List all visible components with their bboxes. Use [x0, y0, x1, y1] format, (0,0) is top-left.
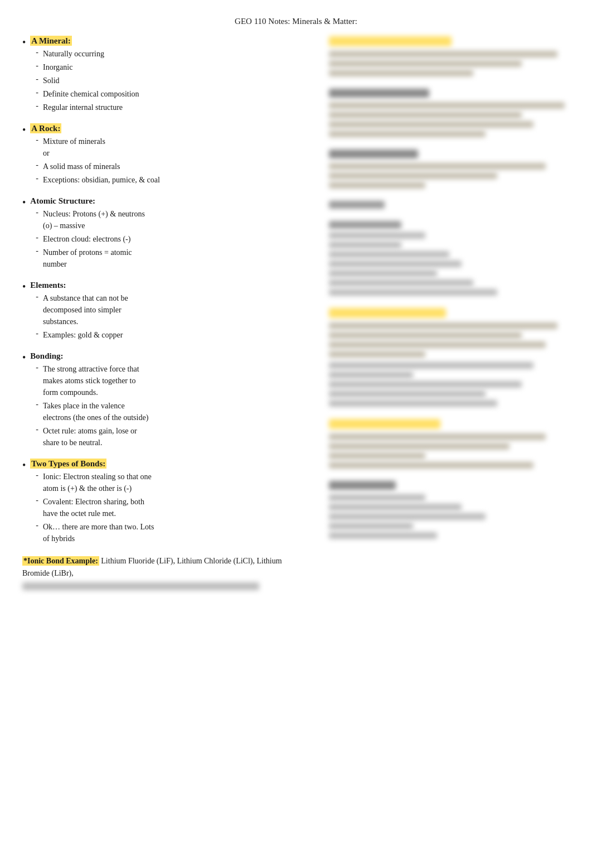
mineral-item-5: - Regular internal structure: [30, 102, 301, 113]
right-line-6e: [329, 362, 533, 369]
two-types-title-highlight: Two Types of Bonds:: [30, 459, 106, 469]
two-col-wrapper: • A Mineral: - Naturally occurring - Ino…: [22, 36, 570, 590]
two-types-item-2: - Covalent: Electron sharing, bothhave t…: [30, 496, 301, 519]
rock-item-2-text: A solid mass of minerals: [43, 161, 120, 172]
rock-item-3: - Exceptions: obsidian, pumice, & coal: [30, 174, 301, 186]
elements-title: Elements:: [30, 281, 301, 290]
bullet-dot-bonding: •: [22, 352, 26, 364]
atomic-list: - Nucleus: Protons (+) & neutrons(o) – m…: [30, 208, 301, 270]
two-types-item-1: - Ionic: Electron stealing so that oneat…: [30, 471, 301, 494]
right-line-2b: [329, 112, 522, 118]
right-title-8-blurred: [329, 481, 396, 490]
bonding-section: • Bonding: - The strong attractive force…: [22, 351, 301, 450]
right-line-8e: [329, 532, 437, 539]
two-types-item-3: - Ok… there are more than two. Lotsof hy…: [30, 521, 301, 544]
two-types-section: • Two Types of Bonds: - Ionic: Electron …: [22, 459, 301, 546]
mineral-item-5-text: Regular internal structure: [43, 102, 123, 113]
right-section-2: [329, 89, 570, 137]
bonding-item-2: - Takes place in the valenceelectrons (t…: [30, 400, 301, 423]
rock-item-2: - A solid mass of minerals: [30, 161, 301, 172]
right-line-7a: [329, 433, 546, 440]
atomic-item-1: - Nucleus: Protons (+) & neutrons(o) – m…: [30, 208, 301, 232]
rock-section: • A Rock: - Mixture of mineralsor - A so…: [22, 124, 301, 187]
rock-item-3-text: Exceptions: obsidian, pumice, & coal: [43, 174, 160, 186]
right-section-3: [329, 150, 570, 189]
right-line-6d: [329, 351, 425, 358]
right-line-8d: [329, 523, 413, 529]
right-title-4-blurred: [329, 201, 385, 209]
elements-item-2-text: Examples: gold & copper: [43, 329, 123, 341]
bonding-item-3: - Octet rule: atoms gain, lose orshare t…: [30, 425, 301, 449]
right-line-6c: [329, 341, 546, 348]
right-column: [323, 36, 570, 551]
right-line-5d: [329, 261, 462, 267]
elements-section: • Elements: - A substance that can not b…: [22, 281, 301, 343]
bullet-dot-elements: •: [22, 281, 26, 293]
right-line-6h: [329, 390, 486, 397]
mineral-item-2-text: Inorganic: [43, 61, 72, 73]
right-section-5: [329, 221, 570, 296]
rock-title: A Rock:: [30, 124, 301, 133]
ionic-example-blurred: [22, 582, 259, 590]
bonding-item-1: - The strong attractive force thatmakes …: [30, 363, 301, 398]
elements-item-1: - A substance that can not bedecomposed …: [30, 292, 301, 327]
right-line-1a: [329, 51, 557, 57]
bullet-dot-two-types: •: [22, 460, 26, 471]
right-section-7: [329, 419, 570, 469]
rock-item-1: - Mixture of mineralsor: [30, 136, 301, 159]
atomic-content: Atomic Structure: - Nucleus: Protons (+)…: [30, 196, 301, 272]
rock-list: - Mixture of mineralsor - A solid mass o…: [30, 136, 301, 186]
right-line-8a: [329, 494, 425, 501]
bonding-item-2-text: Takes place in the valenceelectrons (the…: [43, 400, 148, 423]
atomic-item-1-text: Nucleus: Protons (+) & neutrons(o) – mas…: [43, 208, 145, 232]
atomic-item-2-text: Electron cloud: electrons (-): [43, 233, 130, 245]
mineral-content: A Mineral: - Naturally occurring - Inorg…: [30, 36, 301, 115]
right-line-3b: [329, 172, 497, 179]
right-title-1-blurred: [329, 36, 452, 46]
right-line-6g: [329, 381, 522, 388]
right-line-5a: [329, 232, 425, 239]
right-line-3c: [329, 182, 425, 189]
right-line-6a: [329, 322, 557, 329]
two-types-content: Two Types of Bonds: - Ionic: Electron st…: [30, 459, 301, 546]
right-line-6i: [329, 400, 497, 407]
two-types-list: - Ionic: Electron stealing so that oneat…: [30, 471, 301, 544]
mineral-item-1: - Naturally occurring: [30, 48, 301, 60]
rock-content: A Rock: - Mixture of mineralsor - A soli…: [30, 124, 301, 187]
mineral-item-2: - Inorganic: [30, 61, 301, 73]
right-section-4: [329, 201, 570, 209]
right-line-2a: [329, 102, 565, 109]
bullet-dot-atomic: •: [22, 197, 26, 209]
right-line-5e: [329, 270, 437, 277]
elements-item-1-text: A substance that can not bedecomposed in…: [43, 292, 128, 327]
right-line-6b: [329, 332, 522, 339]
mineral-list: - Naturally occurring - Inorganic - Soli…: [30, 48, 301, 113]
bonding-list: - The strong attractive force thatmakes …: [30, 363, 301, 449]
right-line-3a: [329, 163, 546, 170]
bonding-content: Bonding: - The strong attractive force t…: [30, 351, 301, 450]
mineral-item-1-text: Naturally occurring: [43, 48, 104, 60]
mineral-title: A Mineral:: [30, 36, 301, 46]
two-types-item-2-text: Covalent: Electron sharing, bothhave the…: [43, 496, 144, 519]
two-types-title: Two Types of Bonds:: [30, 459, 301, 469]
right-section-1: [329, 36, 570, 76]
two-types-item-1-text: Ionic: Electron stealing so that oneatom…: [43, 471, 152, 494]
bonding-item-1-text: The strong attractive force thatmakes at…: [43, 363, 139, 398]
bullet-dot-rock: •: [22, 124, 26, 136]
right-section-6: [329, 308, 570, 407]
right-line-8b: [329, 504, 462, 510]
elements-item-2: - Examples: gold & copper: [30, 329, 301, 341]
mineral-item-3: - Solid: [30, 75, 301, 86]
bullet-dot-mineral: •: [22, 37, 26, 49]
right-title-7-blurred: [329, 419, 440, 429]
atomic-title: Atomic Structure:: [30, 196, 301, 206]
right-line-6f: [329, 372, 413, 378]
right-line-5c: [329, 251, 449, 258]
right-title-2-blurred: [329, 89, 429, 98]
elements-list: - A substance that can not bedecomposed …: [30, 292, 301, 341]
ionic-example-label: *Ionic Bond Example:: [22, 556, 99, 566]
right-title-3-blurred: [329, 150, 418, 158]
right-line-2c: [329, 121, 533, 128]
atomic-section: • Atomic Structure: - Nucleus: Protons (…: [22, 196, 301, 272]
atomic-item-3: - Number of protons = atomicnumber: [30, 247, 301, 270]
